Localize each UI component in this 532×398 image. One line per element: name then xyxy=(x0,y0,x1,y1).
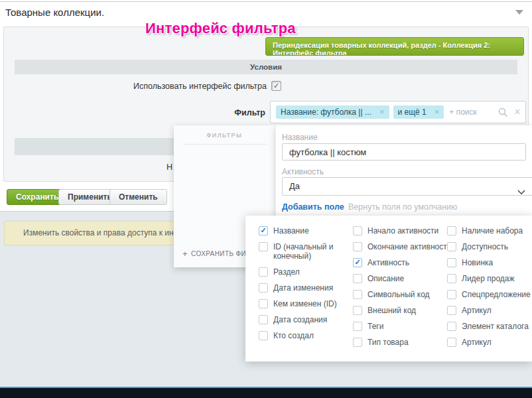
cancel-button[interactable]: Отменить xyxy=(109,189,167,205)
field-checkbox-label: Новинка xyxy=(462,258,493,267)
checkbox-unchecked[interactable] xyxy=(259,299,268,308)
checkbox-unchecked[interactable] xyxy=(259,242,268,251)
field-picker-column: Начало активностиОкончание активности✓Ак… xyxy=(353,226,447,354)
sidebar-divider xyxy=(183,144,266,145)
field-checkbox-item[interactable]: Артикул xyxy=(447,338,532,347)
field-checkbox-item[interactable]: Символьный код xyxy=(353,290,447,299)
field-checkbox-item[interactable]: Внешний код xyxy=(353,306,447,315)
field-checkbox-label: Активность xyxy=(367,258,409,267)
filter-tags-input[interactable]: Название: футболка || ...×и ещё 1× × xyxy=(270,101,526,123)
checkbox-unchecked[interactable] xyxy=(259,267,268,277)
field-checkbox-item[interactable]: Новинка xyxy=(447,258,532,267)
field-checkbox-label: Тип товара xyxy=(367,338,409,347)
checkbox-checked[interactable]: ✓ xyxy=(353,258,362,267)
filter-icons: × xyxy=(498,107,520,117)
footer-bar xyxy=(0,388,532,398)
field-checkbox-item[interactable]: Лидер продаж xyxy=(447,274,532,283)
top-divider xyxy=(0,1,532,2)
field-picker-column: ✓НазваниеID (начальный и конечный)Раздел… xyxy=(259,226,353,354)
field-checkbox-item[interactable]: ✓Активность xyxy=(353,258,447,267)
name-filter-input[interactable] xyxy=(282,143,526,161)
filter-tag[interactable]: и ещё 1× xyxy=(393,105,444,119)
checkbox-unchecked[interactable] xyxy=(353,290,362,299)
checkbox-unchecked[interactable] xyxy=(353,322,362,331)
chevron-down-icon xyxy=(517,184,525,201)
field-checkbox-label: Окончание активности xyxy=(367,242,451,251)
field-checkbox-item[interactable]: Кто создал xyxy=(259,331,353,340)
field-checkbox-item[interactable]: Дата изменения xyxy=(259,283,353,293)
filter-search-input[interactable] xyxy=(448,107,494,117)
reindex-notification-badge: Периндексация товарных коллекций, раздел… xyxy=(265,37,524,56)
add-field-link[interactable]: Добавить поле xyxy=(282,202,344,212)
field-checkbox-item[interactable]: Наличие набора xyxy=(447,226,532,235)
checkbox-unchecked[interactable] xyxy=(447,290,456,299)
field-checkbox-label: Кем изменен (ID) xyxy=(273,299,337,308)
checkbox-unchecked[interactable] xyxy=(353,274,362,283)
overlay-annotation-title: Интерфейс фильтра xyxy=(145,20,296,37)
field-checkbox-item[interactable]: Доступность xyxy=(447,242,532,251)
checkbox-unchecked[interactable] xyxy=(447,274,456,283)
checkbox-checked[interactable]: ✓ xyxy=(259,226,268,235)
field-checkbox-label: Элемент каталога xyxy=(462,322,529,331)
page-title: Товарные коллекции. xyxy=(5,7,104,18)
conditions-section-header: Условия xyxy=(15,60,517,74)
checkbox-unchecked[interactable] xyxy=(353,306,362,315)
field-checkbox-item[interactable]: Описание xyxy=(353,274,447,283)
field-checkbox-item[interactable]: ✓Название xyxy=(259,226,353,235)
hidden-label-remnant: Н xyxy=(166,163,172,172)
field-picker-panel: ✓НазваниеID (начальный и конечный)Раздел… xyxy=(245,216,532,362)
field-checkbox-label: Артикул xyxy=(462,306,492,315)
restore-defaults-link[interactable]: Вернуть поля по умолчанию xyxy=(348,202,457,212)
field-checkbox-label: Теги xyxy=(367,322,383,331)
remove-tag-icon[interactable]: × xyxy=(379,109,385,115)
use-filter-interface-checkbox[interactable]: ✓ xyxy=(271,81,281,91)
filter-tag-label: Название: футболка || ... xyxy=(281,107,371,117)
checkbox-unchecked[interactable] xyxy=(259,331,268,340)
filters-sidebar-title: ФИЛЬТРЫ xyxy=(174,132,275,139)
checkbox-unchecked[interactable] xyxy=(447,306,456,315)
clear-filter-icon[interactable]: × xyxy=(514,107,520,117)
field-checkbox-label: Дата создания xyxy=(273,315,327,324)
active-select-value: Да xyxy=(289,181,300,191)
checkbox-unchecked[interactable] xyxy=(447,338,456,347)
field-checkbox-item[interactable]: Дата создания xyxy=(259,315,353,324)
field-checkbox-item[interactable]: Раздел xyxy=(259,267,353,277)
checkbox-unchecked[interactable] xyxy=(447,258,456,267)
field-checkbox-item[interactable]: Начало активности xyxy=(353,226,447,235)
filter-field-label: Фильтр xyxy=(219,108,265,117)
field-checkbox-label: Раздел xyxy=(273,267,300,277)
use-filter-interface-label: Использовать интерфейс фильтра xyxy=(0,82,267,91)
checkbox-unchecked[interactable] xyxy=(353,338,362,347)
plus-icon: + xyxy=(182,249,188,259)
filter-tags-container: Название: футболка || ...×и ещё 1× xyxy=(276,105,444,119)
field-checkbox-label: Доступность xyxy=(462,242,508,251)
filter-tag[interactable]: Название: футболка || ...× xyxy=(276,105,389,119)
active-filter-select[interactable]: Да xyxy=(282,177,532,196)
field-checkbox-item[interactable]: Теги xyxy=(353,322,447,331)
field-checkbox-item[interactable]: Элемент каталога xyxy=(447,322,532,331)
checkbox-unchecked[interactable] xyxy=(447,226,456,235)
field-checkbox-item[interactable]: Тип товара xyxy=(353,338,447,347)
field-checkbox-label: Начало активности xyxy=(367,226,438,235)
checkbox-unchecked[interactable] xyxy=(353,226,362,235)
search-icon[interactable] xyxy=(498,107,508,117)
field-checkbox-item[interactable]: Кем изменен (ID) xyxy=(259,299,353,308)
field-checkbox-label: Дата изменения xyxy=(273,283,333,293)
field-checkbox-label: Спецпредложение xyxy=(462,290,531,299)
remove-tag-icon[interactable]: × xyxy=(434,109,440,115)
field-checkbox-item[interactable]: ID (начальный и конечный) xyxy=(259,242,353,261)
checkbox-unchecked[interactable] xyxy=(353,242,362,251)
field-checkbox-label: Лидер продаж xyxy=(462,274,515,283)
checkbox-unchecked[interactable] xyxy=(447,242,456,251)
field-checkbox-item[interactable]: Спецпредложение xyxy=(447,290,532,299)
field-checkbox-label: Кто создал xyxy=(273,331,314,340)
filter-tag-label: и ещё 1 xyxy=(398,107,427,117)
field-label-active: Активность xyxy=(282,167,324,176)
field-checkbox-item[interactable]: Артикул xyxy=(447,306,532,315)
checkbox-unchecked[interactable] xyxy=(259,315,268,324)
checkbox-unchecked[interactable] xyxy=(259,283,268,293)
checkbox-unchecked[interactable] xyxy=(447,322,456,331)
field-checkbox-label: Артикул xyxy=(462,338,492,347)
dropdown-caret-icon[interactable] xyxy=(515,10,523,15)
field-checkbox-item[interactable]: Окончание активности xyxy=(353,242,447,251)
